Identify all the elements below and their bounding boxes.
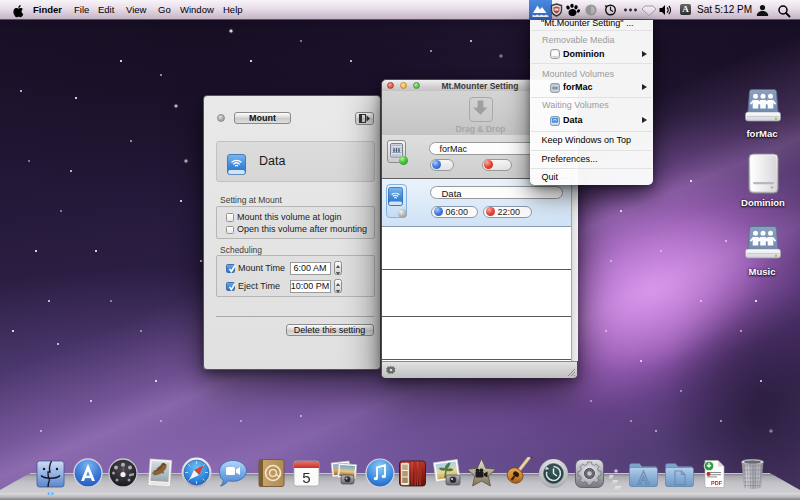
- svg-text:PDF: PDF: [711, 480, 723, 486]
- svg-text:5: 5: [302, 469, 310, 486]
